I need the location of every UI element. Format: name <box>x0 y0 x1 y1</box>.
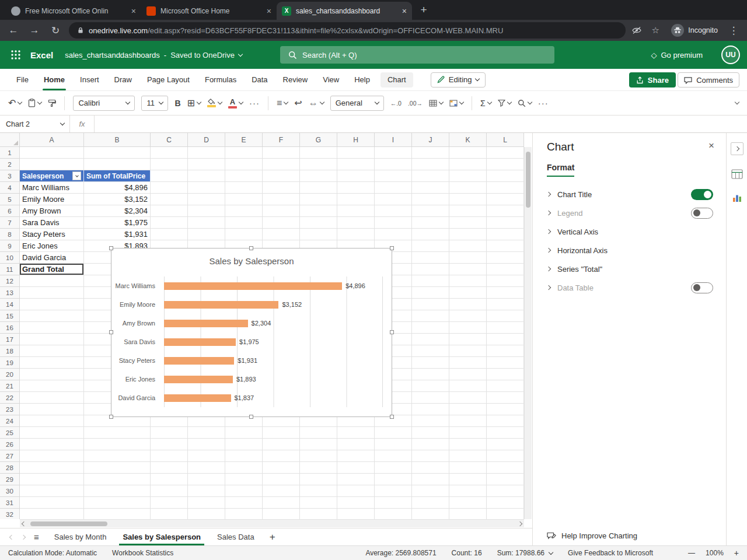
decrease-decimal-button[interactable]: ←.0 <box>390 100 402 107</box>
column-header-G[interactable]: G <box>300 133 337 147</box>
row-header-10[interactable]: 10 <box>0 252 20 264</box>
cell-H29[interactable] <box>337 474 375 485</box>
row-header-22[interactable]: 22 <box>0 392 20 404</box>
cell-K17[interactable] <box>449 334 487 345</box>
cell-D25[interactable] <box>188 427 225 439</box>
cell-C7[interactable] <box>151 217 188 229</box>
cell-E2[interactable] <box>225 159 263 170</box>
chart-resize-handle[interactable] <box>390 415 394 419</box>
cell-L21[interactable] <box>487 380 524 392</box>
cell-A5[interactable]: Emily Moore <box>20 194 84 205</box>
row-header-7[interactable]: 7 <box>0 217 20 229</box>
status-average[interactable]: Average: 2569.808571 <box>365 549 436 557</box>
chart-resize-handle[interactable] <box>109 246 113 250</box>
zoom-out-button[interactable]: — <box>688 549 695 557</box>
column-header-K[interactable]: K <box>449 133 487 147</box>
help-improve-charting-link[interactable]: Help Improve Charting <box>547 531 637 540</box>
cell-B31[interactable] <box>84 497 151 509</box>
cell-E29[interactable] <box>225 474 263 485</box>
cell-K7[interactable] <box>449 217 487 229</box>
cell-L19[interactable] <box>487 357 524 369</box>
share-button[interactable]: Share <box>629 72 676 88</box>
cell-E30[interactable] <box>225 485 263 497</box>
chart-bar[interactable] <box>164 282 342 290</box>
cell-K9[interactable] <box>449 240 487 252</box>
panel-section-data-table[interactable]: Data Table <box>533 278 726 297</box>
cell-G32[interactable] <box>300 509 337 519</box>
browser-tab-office-home[interactable]: Microsoft Office Home × <box>141 2 277 20</box>
sheet-nav-right-icon[interactable] <box>22 536 25 539</box>
cell-G27[interactable] <box>300 450 337 462</box>
cell-J17[interactable] <box>412 334 449 345</box>
cell-J3[interactable] <box>412 170 449 182</box>
cell-K13[interactable] <box>449 287 487 299</box>
more-font-options-button[interactable]: ··· <box>249 98 260 108</box>
cell-L20[interactable] <box>487 369 524 380</box>
column-header-E[interactable]: E <box>225 133 263 147</box>
cell-D32[interactable] <box>188 509 225 519</box>
cell-K19[interactable] <box>449 357 487 369</box>
cell-L18[interactable] <box>487 345 524 357</box>
cell-L28[interactable] <box>487 462 524 474</box>
cell-G29[interactable] <box>300 474 337 485</box>
cell-F1[interactable] <box>263 147 300 159</box>
cell-L7[interactable] <box>487 217 524 229</box>
cell-H32[interactable] <box>337 509 375 519</box>
cell-B24[interactable] <box>84 415 151 427</box>
cell-B25[interactable] <box>84 427 151 439</box>
cell-I26[interactable] <box>375 439 412 450</box>
cell-K10[interactable] <box>449 252 487 264</box>
cell-C25[interactable] <box>151 427 188 439</box>
cell-B26[interactable] <box>84 439 151 450</box>
cell-H31[interactable] <box>337 497 375 509</box>
cell-F27[interactable] <box>263 450 300 462</box>
cell-B3[interactable]: Sum of TotalPrice <box>84 170 151 182</box>
ribbon-tab-page-layout[interactable]: Page Layout <box>140 69 197 90</box>
cell-J6[interactable] <box>412 205 449 217</box>
cell-L17[interactable] <box>487 334 524 345</box>
chart-pane-icon[interactable] <box>732 193 742 202</box>
comments-button[interactable]: Comments <box>678 72 739 88</box>
close-icon[interactable]: × <box>708 141 714 150</box>
row-header-11[interactable]: 11 <box>0 264 20 275</box>
cell-E5[interactable] <box>225 194 263 205</box>
cell-I2[interactable] <box>375 159 412 170</box>
cell-D4[interactable] <box>188 182 225 194</box>
filter-button[interactable] <box>72 172 81 180</box>
url-field[interactable]: onedrive.live.com/edit.aspx?resid=D63BCF… <box>69 22 626 38</box>
cell-C4[interactable] <box>151 182 188 194</box>
cell-L4[interactable] <box>487 182 524 194</box>
cell-I29[interactable] <box>375 474 412 485</box>
cell-J12[interactable] <box>412 275 449 287</box>
bookmark-star-icon[interactable]: ☆ <box>648 25 663 36</box>
ribbon-tab-help[interactable]: Help <box>347 69 377 90</box>
browser-tab-office-online[interactable]: Free Microsoft Office Onlin × <box>6 2 141 20</box>
cell-A13[interactable] <box>20 287 84 299</box>
cell-L30[interactable] <box>487 485 524 497</box>
cell-K14[interactable] <box>449 299 487 310</box>
cell-G28[interactable] <box>300 462 337 474</box>
chart-resize-handle[interactable] <box>109 330 113 334</box>
cell-H28[interactable] <box>337 462 375 474</box>
cell-J22[interactable] <box>412 392 449 404</box>
cell-J25[interactable] <box>412 427 449 439</box>
cell-D8[interactable] <box>188 229 225 240</box>
cell-L22[interactable] <box>487 392 524 404</box>
cell-L2[interactable] <box>487 159 524 170</box>
scroll-left-icon[interactable] <box>22 521 26 526</box>
cell-C6[interactable] <box>151 205 188 217</box>
vertical-scrollbar[interactable] <box>524 147 532 519</box>
cell-L6[interactable] <box>487 205 524 217</box>
cell-I31[interactable] <box>375 497 412 509</box>
row-header-9[interactable]: 9 <box>0 240 20 252</box>
cell-A3[interactable]: Salesperson <box>20 170 84 182</box>
cell-L25[interactable] <box>487 427 524 439</box>
select-all-corner[interactable] <box>0 133 20 147</box>
cell-I1[interactable] <box>375 147 412 159</box>
cell-H27[interactable] <box>337 450 375 462</box>
cell-C1[interactable] <box>151 147 188 159</box>
column-header-C[interactable]: C <box>151 133 188 147</box>
ribbon-tab-file[interactable]: File <box>9 69 36 90</box>
cell-E27[interactable] <box>225 450 263 462</box>
cell-F24[interactable] <box>263 415 300 427</box>
